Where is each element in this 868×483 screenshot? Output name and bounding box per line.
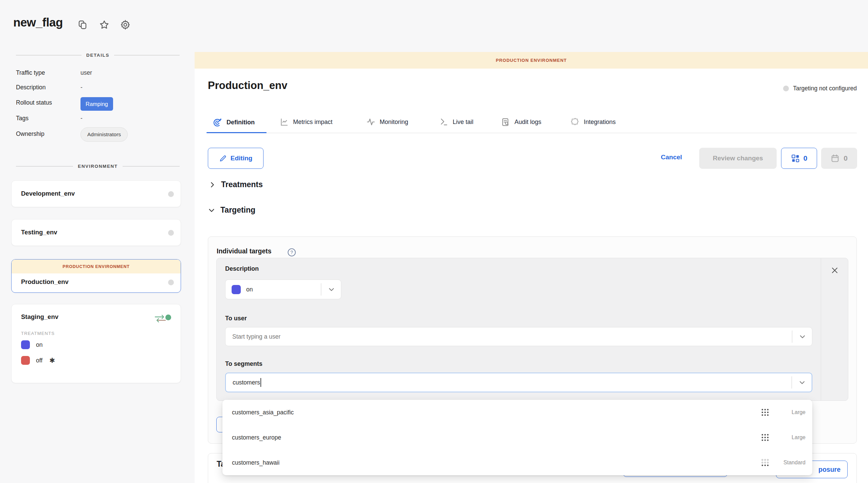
swap-arrows-icon	[154, 314, 166, 323]
detail-label-description: Description	[16, 84, 46, 91]
detail-value-tags: -	[80, 115, 83, 122]
tab-metrics-impact[interactable]: Metrics impact	[280, 118, 332, 126]
chevron-down-icon[interactable]	[798, 333, 807, 341]
tab-definition[interactable]: Definition	[213, 118, 255, 127]
tab-label: Live tail	[453, 119, 473, 126]
editing-label: Editing	[231, 155, 252, 162]
treatment-row-off: off ✱	[21, 356, 55, 365]
segment-option-customers-hawaii[interactable]: customers_hawaii Standard	[222, 450, 812, 475]
environment-title: ENVIRONMENT	[78, 164, 117, 169]
to-segments-input-value[interactable]: customers	[233, 379, 260, 386]
details-title: DETAILS	[86, 53, 109, 58]
description-field-label: Description	[225, 265, 259, 272]
status-dot	[783, 86, 789, 91]
treatment-color-on	[21, 340, 30, 349]
targeting-section-header[interactable]: Targeting	[208, 205, 255, 215]
segment-name: customers_asia_pacific	[232, 409, 761, 416]
detail-label-rollout-status: Rollout status	[16, 99, 52, 106]
details-divider: DETAILS	[16, 53, 180, 58]
detail-value-description: -	[80, 84, 83, 91]
text-cursor	[260, 378, 261, 387]
env-name: Production_env	[21, 278, 69, 286]
treatments-section-header[interactable]: Treatments	[209, 180, 263, 189]
segment-size-large-icon	[761, 408, 770, 417]
targeting-status-text: Targeting not configured	[793, 85, 857, 92]
live-tail-icon	[439, 118, 448, 126]
tab-label: Definition	[227, 119, 255, 126]
scheduled-count: 0	[844, 154, 848, 162]
remove-rule-icon[interactable]	[831, 266, 839, 274]
tab-monitoring[interactable]: Monitoring	[366, 118, 408, 126]
segments-dropdown: customers_asia_pacific Large customers_e…	[222, 400, 812, 475]
tabs-bottom-border	[208, 133, 857, 133]
review-changes-button[interactable]: Review changes	[699, 148, 777, 169]
environment-page-title: Production_env	[208, 79, 287, 92]
cancel-button[interactable]: Cancel	[661, 154, 682, 161]
changes-count: 0	[803, 154, 808, 162]
tab-label: Metrics impact	[293, 119, 332, 126]
editing-button[interactable]: Editing	[208, 148, 264, 169]
segment-size-label: Standard	[779, 460, 806, 466]
status-dot	[168, 280, 174, 285]
detail-label-ownership: Ownership	[16, 130, 44, 138]
tab-audit-logs[interactable]: Audit logs	[501, 118, 541, 127]
treatment-select[interactable]: on	[225, 280, 341, 299]
env-card-staging[interactable]: Staging_env TREATMENTS on off ✱	[11, 304, 181, 383]
env-name: Development_env	[21, 190, 75, 197]
scheduled-changes-button[interactable]: 0	[821, 148, 857, 169]
chevron-down-icon	[208, 207, 215, 214]
integrations-icon	[570, 118, 579, 127]
individual-targets-title: Individual targets	[217, 247, 271, 255]
targeting-status: Targeting not configured	[783, 85, 857, 92]
treatment-select-value: on	[246, 286, 253, 293]
to-segments-field-label: To segments	[225, 360, 263, 368]
env-card-testing[interactable]: Testing_env	[11, 219, 181, 246]
select-divider	[792, 330, 792, 343]
env-card-development[interactable]: Development_env	[11, 180, 181, 207]
segment-option-customers-europe[interactable]: customers_europe Large	[222, 425, 812, 450]
env-card-production[interactable]: PRODUCTION ENVIRONMENT Production_env	[11, 259, 181, 293]
metrics-impact-icon	[280, 118, 289, 126]
chevron-right-icon	[209, 181, 216, 189]
to-user-input[interactable]	[232, 333, 436, 340]
treatment-row-on: on	[21, 340, 42, 349]
changes-grid-icon	[791, 154, 800, 163]
active-tab-underline	[206, 132, 267, 133]
to-user-input-wrap	[225, 327, 812, 346]
segment-size-standard-icon	[761, 458, 770, 467]
segment-size-label: Large	[779, 434, 806, 441]
tab-live-tail[interactable]: Live tail	[439, 118, 473, 126]
treatment-name: off	[36, 357, 42, 364]
gear-icon[interactable]	[120, 19, 131, 31]
definition-icon	[213, 118, 222, 127]
segment-size-large-icon	[761, 433, 770, 442]
detail-label-tags: Tags	[16, 115, 29, 122]
status-dot	[168, 191, 174, 197]
rule-side-column	[821, 258, 848, 400]
env-name: Testing_env	[21, 229, 57, 236]
status-dot	[168, 230, 174, 236]
chevron-down-icon[interactable]	[798, 378, 806, 387]
rollout-status-badge: Ramping	[80, 97, 113, 111]
targeting-section-title: Targeting	[220, 205, 255, 215]
to-segments-input-wrap: customers	[225, 373, 812, 392]
flag-name-title: new_flag	[13, 16, 63, 29]
default-treatment-marker: ✱	[49, 356, 55, 364]
help-icon[interactable]: ?	[287, 248, 296, 257]
treatments-caption: TREATMENTS	[21, 331, 55, 336]
treatment-color-off	[21, 356, 30, 365]
env-name: Staging_env	[21, 313, 58, 321]
detail-label-traffic-type: Traffic type	[16, 69, 45, 76]
segment-option-customers-asia-pacific[interactable]: customers_asia_pacific Large	[222, 400, 812, 425]
to-user-field-label: To user	[225, 315, 247, 322]
treatments-section-title: Treatments	[221, 180, 263, 189]
copy-icon[interactable]	[77, 19, 88, 31]
tab-label: Integrations	[584, 119, 616, 126]
tab-integrations[interactable]: Integrations	[570, 118, 616, 127]
ownership-pill: Administrators	[80, 127, 128, 142]
star-icon[interactable]	[98, 19, 110, 31]
page: new_flag DETAILS Traffic type user Descr…	[0, 0, 868, 483]
tab-label: Audit logs	[514, 119, 541, 126]
environment-divider: ENVIRONMENT	[16, 164, 180, 169]
pending-changes-button[interactable]: 0	[781, 148, 817, 169]
